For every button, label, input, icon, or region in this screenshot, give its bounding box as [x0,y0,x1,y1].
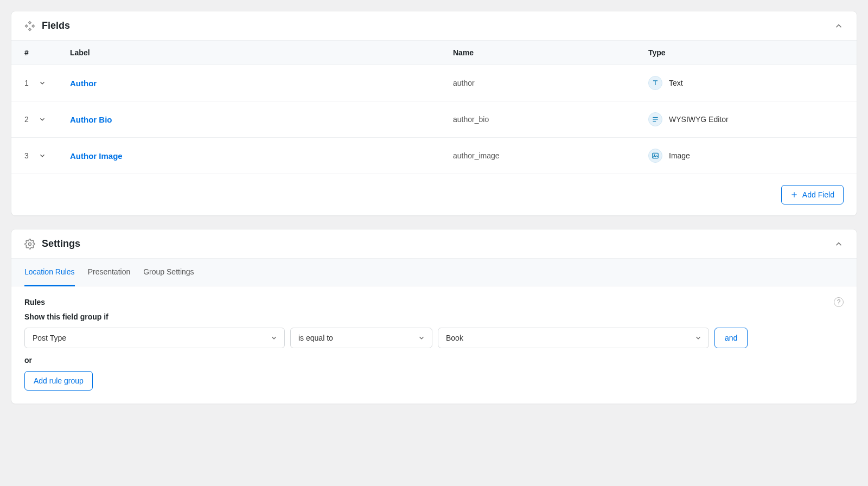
row-num-cell: 2 [24,115,57,124]
svg-point-7 [29,242,31,245]
text-type-icon [648,76,662,90]
chevron-up-icon [834,21,844,31]
row-type-label: Image [669,151,690,160]
help-icon[interactable]: ? [834,297,844,307]
add-rule-group-button[interactable]: Add rule group [24,371,93,391]
svg-point-4 [654,155,655,156]
settings-body: Rules ? Show this field group if Post Ty… [11,286,857,404]
panel-header-left: Fields [24,20,70,31]
col-header-label: Label [57,48,453,57]
field-label-link[interactable]: Author Bio [70,115,112,124]
rule-value-select[interactable]: Book [438,328,709,348]
row-type-label: WYSIWYG Editor [669,115,729,124]
col-header-num: # [24,48,57,57]
rule-param-select[interactable]: Post Type [24,328,285,348]
and-button[interactable]: and [714,328,748,348]
tab-presentation[interactable]: Presentation [88,259,131,286]
settings-tabs: Location Rules Presentation Group Settin… [11,258,857,286]
field-row: 1 Author author Text [11,65,857,101]
chevron-up-icon [834,239,844,249]
row-number: 3 [24,151,29,160]
row-number: 2 [24,115,29,124]
rule-operator-select[interactable]: is equal to [290,328,432,348]
add-rule-group-label: Add rule group [34,376,84,385]
settings-panel-title: Settings [42,238,80,250]
rules-header: Rules ? [24,297,844,307]
row-num-cell: 3 [24,151,57,160]
col-header-type: Type [648,48,844,57]
field-row: 3 Author Image author_image Image [11,138,857,174]
panel-header-left: Settings [24,238,80,250]
rule-param-value: Post Type [33,334,66,342]
fields-panel-title: Fields [42,20,70,31]
add-field-button[interactable]: Add Field [781,185,844,204]
chevron-down-icon [270,334,278,342]
tab-location-rules[interactable]: Location Rules [24,259,75,286]
field-label-link[interactable]: Author Image [70,151,123,161]
row-label-cell: Author [57,79,453,88]
row-type-cell: Text [648,76,844,90]
fields-panel-footer: Add Field [11,174,857,215]
tab-group-settings[interactable]: Group Settings [143,259,194,286]
plus-icon [790,191,798,199]
row-name-cell: author_image [453,151,648,160]
fields-panel: Fields # Label Name Type 1 Author author [11,11,857,216]
rules-heading: Rules [24,298,45,306]
fields-icon [24,21,35,31]
row-name-cell: author_bio [453,115,648,124]
field-label-link[interactable]: Author [70,79,97,88]
settings-panel: Settings Location Rules Presentation Gro… [11,229,857,404]
rule-operator-value: is equal to [298,334,333,342]
row-type-label: Text [669,79,683,87]
wysiwyg-type-icon [648,112,662,126]
or-label: or [24,356,844,364]
row-label-cell: Author Image [57,151,453,161]
image-type-icon [648,149,662,163]
chevron-down-icon [418,334,425,342]
rule-row: Post Type is equal to Book and [24,328,844,348]
row-type-cell: WYSIWYG Editor [648,112,844,126]
rule-value-value: Book [446,334,463,342]
chevron-down-icon[interactable] [39,152,46,159]
add-field-label: Add Field [802,190,834,199]
row-name-cell: author [453,79,648,87]
settings-panel-header[interactable]: Settings [11,229,857,258]
fields-panel-header[interactable]: Fields [11,11,857,40]
gear-icon [24,239,35,250]
row-number: 1 [24,79,29,87]
rules-subtitle: Show this field group if [24,312,844,321]
row-label-cell: Author Bio [57,115,453,124]
chevron-down-icon[interactable] [39,79,46,87]
col-header-name: Name [453,48,648,57]
row-type-cell: Image [648,149,844,163]
chevron-down-icon[interactable] [39,116,46,123]
row-num-cell: 1 [24,79,57,87]
fields-table-header: # Label Name Type [11,40,857,65]
chevron-down-icon [694,334,702,342]
field-row: 2 Author Bio author_bio WYSIWYG Editor [11,101,857,138]
